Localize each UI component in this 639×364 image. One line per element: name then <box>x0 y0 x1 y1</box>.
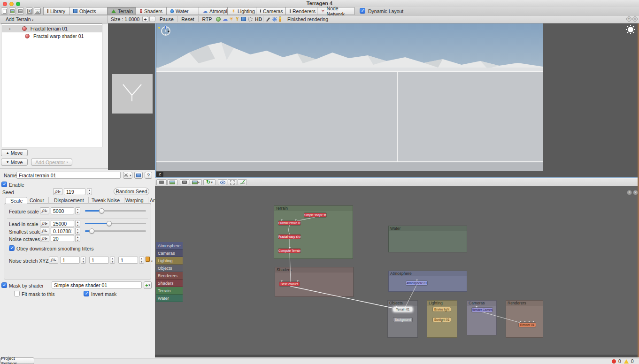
snowflake-icon[interactable] <box>272 16 277 22</box>
slider-handle[interactable] <box>99 208 104 213</box>
move-down-button[interactable]: ▼ Move <box>1 159 28 166</box>
category-renderers[interactable]: Renderers <box>156 272 183 280</box>
sun-toggle-icon[interactable]: ☀ <box>229 16 234 22</box>
node-background[interactable]: Background <box>393 318 412 322</box>
enable-checkbox[interactable] <box>1 182 7 187</box>
node-network-pane[interactable]: Atmosphere Cameras Lighting Objects Rend… <box>155 186 639 357</box>
tab-lighting[interactable]: ☀ Lighting <box>227 7 256 15</box>
mask-shader-input[interactable] <box>52 281 142 288</box>
node-sunlight-01[interactable]: Sunlight 01 <box>433 318 451 322</box>
visibility-button[interactable] <box>218 179 227 185</box>
add-mask-shader-button[interactable]: + ▾ <box>144 281 152 289</box>
seed-stepper[interactable] <box>87 188 92 195</box>
noise-stretch-z-stepper[interactable] <box>139 257 144 264</box>
category-atmosphere[interactable]: Atmosphere <box>156 242 183 250</box>
feature-scale-stepper[interactable] <box>75 207 80 214</box>
cloud-toggle-icon[interactable]: ☁ <box>223 16 228 22</box>
tab-objects[interactable]: Objects <box>69 7 108 15</box>
group-atmosphere[interactable]: Atmosphere <box>388 271 467 292</box>
mask-by-shader-checkbox[interactable] <box>1 282 7 288</box>
noise-stretch-y-stepper[interactable] <box>110 257 115 264</box>
node-simple-shape-shader[interactable]: Simple shape sh... <box>304 213 326 217</box>
compass-widget[interactable] <box>160 25 171 37</box>
category-cameras[interactable]: Cameras <box>156 250 183 257</box>
noise-octaves-input[interactable] <box>51 235 74 242</box>
smallest-scale-stepper[interactable] <box>75 228 80 235</box>
tab-tweak-noise[interactable]: Tweak Noise <box>87 197 124 204</box>
noise-stretch-z-input[interactable] <box>118 257 138 264</box>
noise-octaves-function-button[interactable]: ƒA▾ <box>40 235 49 242</box>
node-render-camera[interactable]: Render Camera <box>472 308 493 312</box>
tab-warping[interactable]: Warping <box>121 197 148 204</box>
error-indicator-icon[interactable] <box>612 359 616 364</box>
smallest-scale-input[interactable] <box>51 228 74 235</box>
preview-window-button[interactable] <box>134 172 143 179</box>
shader-preview-thumbnail[interactable] <box>112 74 153 114</box>
lead-in-scale-input[interactable] <box>51 220 74 227</box>
water-toggle-icon[interactable]: Y <box>236 16 239 22</box>
close-pane-button[interactable]: × <box>632 16 638 22</box>
tab-terrain[interactable]: Terrain <box>107 7 136 15</box>
seed-input[interactable] <box>64 188 85 195</box>
node-atmosphere-01[interactable]: Atmosphere 01 <box>406 281 427 285</box>
random-seed-button[interactable]: Random Seed <box>114 188 149 195</box>
render-view-layout-button[interactable]: R <box>26 8 33 15</box>
feature-scale-input[interactable] <box>51 207 74 214</box>
category-shaders[interactable]: Shaders <box>156 280 183 287</box>
open-render-image-button[interactable] <box>167 179 177 185</box>
fit-mask-checkbox[interactable] <box>14 291 20 296</box>
node-settings-button[interactable]: ▾ <box>123 172 132 179</box>
tab-shaders[interactable]: Shaders <box>136 7 167 15</box>
expand-chevron-icon[interactable]: › <box>9 26 11 31</box>
node-base-colours[interactable]: Base colours <box>279 282 300 286</box>
size-minus-button[interactable]: - <box>149 16 155 22</box>
project-settings-button[interactable]: Project Settings... <box>0 357 34 364</box>
node-terrain-01[interactable]: Terrain 01 <box>393 307 412 311</box>
tab-cameras[interactable]: Cameras <box>256 7 286 15</box>
planet-toggle-icon[interactable] <box>216 17 221 22</box>
lead-in-scale-function-button[interactable]: ƒA▾ <box>40 220 49 227</box>
add-pane-button[interactable]: + <box>626 16 631 22</box>
size-plus-button[interactable]: + <box>142 16 148 22</box>
threed-view-layout-button[interactable]: 3D <box>34 8 41 15</box>
tab-node-network[interactable]: Node Network <box>317 7 354 15</box>
category-lighting[interactable]: Lighting <box>156 257 183 265</box>
feature-scale-slider[interactable] <box>85 210 146 212</box>
render-viewport[interactable]: Z <box>155 23 639 178</box>
category-water[interactable]: Water <box>156 295 183 302</box>
slider-handle[interactable] <box>89 228 94 234</box>
tab-atmosphere[interactable]: ☁ Atmosphere <box>199 7 228 15</box>
noise-stretch-x-stepper[interactable] <box>81 257 86 264</box>
add-terrain-caret-icon[interactable]: ▾ <box>32 18 33 22</box>
thermometer-icon[interactable] <box>279 16 281 22</box>
lead-in-scale-slider[interactable] <box>85 223 146 224</box>
noise-stretch-y-input[interactable] <box>89 257 109 264</box>
feature-scale-function-button[interactable]: ƒA▾ <box>40 207 49 214</box>
network-add-pane-button[interactable]: + <box>627 190 632 195</box>
new-project-button[interactable] <box>1 8 8 15</box>
noise-stretch-x-input[interactable] <box>60 257 80 264</box>
obey-smoothing-checkbox[interactable] <box>9 245 15 251</box>
add-terrain-button[interactable]: Add Terrain <box>6 16 31 22</box>
refresh-view-button[interactable]: ↻ ▾ <box>203 179 216 185</box>
tab-water[interactable]: Water <box>166 7 199 15</box>
tree-item-fractal-warp[interactable]: Fractal warp shader 01 <box>2 32 102 40</box>
smallest-scale-function-button[interactable]: ƒA▾ <box>40 228 49 235</box>
lead-in-scale-stepper[interactable] <box>75 220 80 227</box>
object-toggle-icon[interactable] <box>241 17 246 21</box>
tab-renderers[interactable]: Renderers <box>285 7 317 15</box>
seed-function-button[interactable]: ƒA▾ <box>53 188 62 195</box>
node-fractal-warp-shader[interactable]: Fractal warp sha... <box>278 235 300 239</box>
tab-colour[interactable]: Colour <box>25 197 49 204</box>
invert-mask-checkbox[interactable] <box>84 291 89 296</box>
render-image-button[interactable] <box>17 8 24 15</box>
hd-toggle[interactable]: HD <box>255 16 262 22</box>
name-input[interactable] <box>16 172 121 179</box>
copy-view-to-camera-button[interactable] <box>156 179 167 185</box>
smallest-scale-slider[interactable] <box>85 230 146 232</box>
group-cameras[interactable]: Cameras <box>467 300 497 335</box>
group-renderers[interactable]: Renderers <box>506 300 543 338</box>
move-up-button[interactable]: ▲ Move <box>1 149 28 156</box>
region-select-button[interactable] <box>228 179 237 185</box>
group-water[interactable]: Water <box>388 226 467 252</box>
